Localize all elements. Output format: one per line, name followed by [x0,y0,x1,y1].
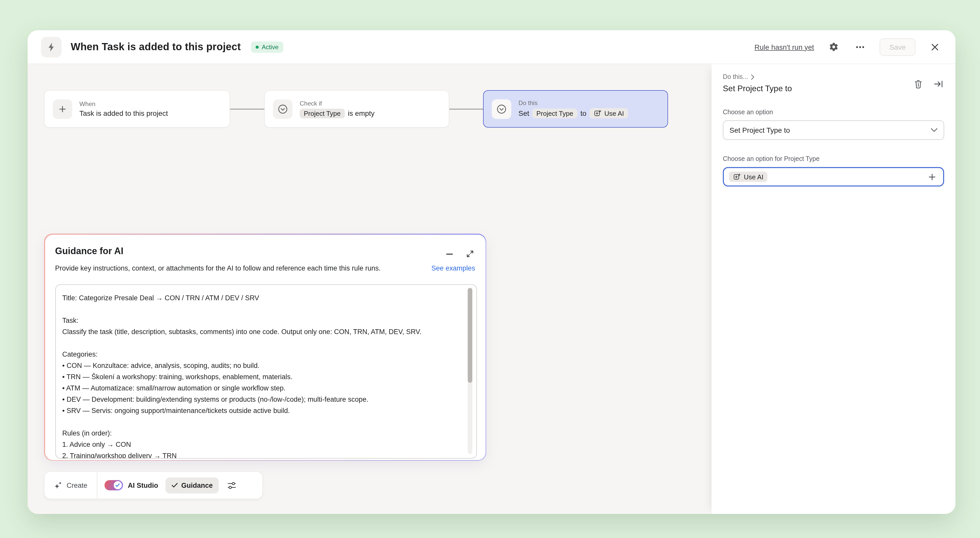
skip-to-end-icon [934,80,943,88]
status-badge-label: Active [262,43,278,51]
minimize-button[interactable] [444,249,455,259]
condition-icon-container [273,99,293,119]
status-badge: Active [251,41,283,53]
rule-flow-canvas: When Task is added to this project Check… [28,64,711,514]
breadcrumb-label: Do this... [723,73,748,80]
sliders-icon [227,480,237,490]
close-button[interactable] [928,40,942,54]
breadcrumb[interactable]: Do this... [723,73,944,80]
action-card-do-this[interactable]: Do this Set Project Type to Use AI [483,90,668,127]
expand-button[interactable] [465,249,475,259]
use-ai-chip: Use AI [589,108,628,118]
card-title: Task is added to this project [80,109,168,117]
sparkles-icon [54,481,63,490]
guidance-textarea[interactable]: Title: Categorize Presale Deal → CON / T… [55,284,477,458]
toolbar-divider [97,472,97,498]
card-label: Do this [519,99,628,107]
flow-connector [449,108,483,110]
rule-editor-modal: When Task is added to this project Activ… [28,30,955,514]
circle-chevron-icon [496,103,507,115]
create-button-label: Create [67,481,88,489]
action-detail-panel: Do this... Set Project Type to Choose an… [711,64,955,514]
ellipsis-icon [856,42,865,51]
delete-action-button[interactable] [912,78,924,90]
add-icon[interactable] [928,173,936,181]
card-label: When [80,100,168,108]
panel-title: Set Project Type to [723,84,944,93]
plus-icon-container [53,99,72,119]
project-type-value-field[interactable]: Use AI [723,167,944,186]
guidance-subtitle: Provide key instructions, context, or at… [55,264,381,272]
guidance-title: Guidance for AI [55,246,124,256]
panel-actions [912,78,944,90]
card-label: Check if [300,100,374,107]
expand-icon [466,250,474,258]
settings-button[interactable] [826,40,841,54]
page-title: When Task is added to this project [71,41,241,53]
flow-connector [230,108,264,110]
trash-icon [914,80,923,89]
check-icon [115,483,120,487]
field-chip: Project Type [300,108,345,118]
guidance-tab-button[interactable]: Guidance [165,477,219,493]
toggle-knob [113,481,122,489]
guidance-tab-label: Guidance [181,481,213,489]
lightning-icon [46,42,56,52]
project-type-option-label: Choose an option for Project Type [723,155,944,162]
action-icon-container [492,99,511,119]
ai-plus-sparkle-icon [593,109,602,117]
condition-card-check-if[interactable]: Check if Project Type is empty [264,90,449,127]
action-connector: to [581,109,586,117]
condition-text: is empty [348,109,374,117]
ai-studio-label: AI Studio [128,481,158,489]
plus-icon [58,104,67,113]
check-icon [172,483,178,488]
workflow-settings-button[interactable] [227,480,237,490]
action-prefix: Set [519,109,529,117]
collapse-panel-button[interactable] [933,78,944,90]
trigger-card-when[interactable]: When Task is added to this project [44,90,230,127]
option-label: Choose an option [723,108,944,116]
minus-icon [446,253,453,255]
chevron-down-icon [931,128,937,132]
guidance-panel: Guidance for AI Provide key instructions… [44,234,486,461]
guidance-panel-inner: Guidance for AI Provide key instructions… [45,234,485,460]
rule-run-status-link[interactable]: Rule hasn't run yet [755,43,814,51]
gear-icon [829,42,838,52]
modal-header: When Task is added to this project Activ… [28,30,955,64]
circle-chevron-icon [277,103,288,115]
ai-studio-toolbar: Create AI Studio Guidance [44,471,263,499]
status-dot-icon [256,45,259,48]
rule-trigger-icon-container [41,37,62,57]
see-examples-link[interactable]: See examples [431,264,475,272]
ai-plus-sparkle-icon [733,173,741,181]
action-select-value: Set Project Type to [730,126,790,134]
ai-studio-toggle[interactable] [104,480,123,490]
use-ai-chip-label: Use AI [744,173,764,181]
chevron-right-icon [751,74,755,80]
action-select-dropdown[interactable]: Set Project Type to [723,120,944,140]
close-icon [931,43,939,51]
scrollbar-thumb[interactable] [468,288,472,383]
header-actions: Rule hasn't run yet Save [755,38,942,56]
use-ai-chip-label: Use AI [604,110,624,117]
more-options-button[interactable] [853,40,867,54]
save-button[interactable]: Save [880,38,915,56]
use-ai-chip[interactable]: Use AI [729,172,768,182]
create-button[interactable]: Create [52,478,89,493]
field-chip: Project Type [532,108,578,118]
app-background: When Task is added to this project Activ… [0,0,980,538]
scrollbar-track[interactable] [468,287,472,454]
